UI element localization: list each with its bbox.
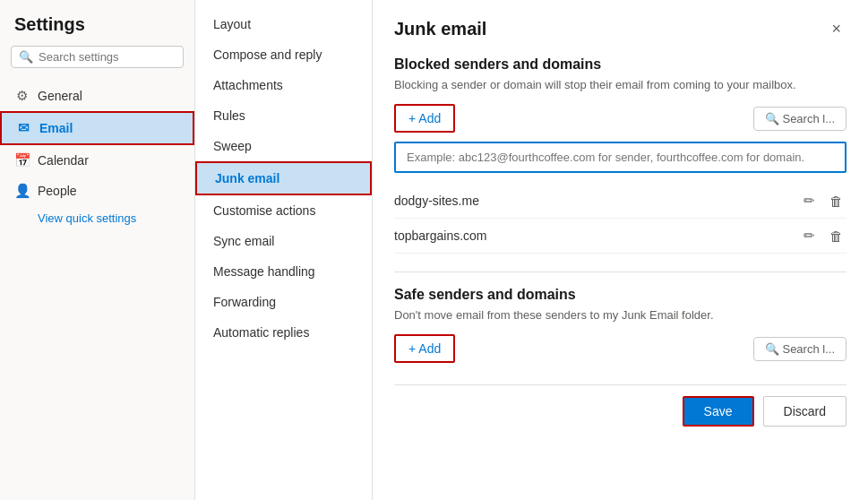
safe-search-button[interactable]: 🔍 Search l...: [753, 337, 847, 361]
sidebar-item-people[interactable]: 👤 People: [0, 176, 194, 206]
blocked-section-title: Blocked senders and domains: [394, 56, 847, 73]
section-divider: [394, 272, 847, 272]
people-icon: 👤: [14, 183, 29, 199]
blocked-domain-actions-1: ✏ 🗑: [800, 191, 847, 211]
submenu-item-customise[interactable]: Customise actions: [195, 195, 372, 226]
main-panel: Junk email × Blocked senders and domains…: [373, 0, 868, 500]
bottom-bar: Save Discard: [394, 384, 847, 427]
close-button[interactable]: ×: [826, 18, 847, 40]
submenu-item-attachments[interactable]: Attachments: [195, 70, 372, 100]
blocked-add-button[interactable]: + Add: [394, 104, 455, 133]
safe-toolbar: + Add 🔍 Search l...: [394, 334, 847, 363]
blocked-domain-row-2: topbargains.com ✏ 🗑: [394, 219, 847, 254]
edit-button-2[interactable]: ✏: [800, 226, 819, 246]
sidebar: Settings 🔍 ⚙ General ✉ Email 📅 Calendar …: [0, 0, 195, 500]
panel-title: Junk email: [394, 19, 486, 39]
search-settings-input[interactable]: [39, 50, 176, 64]
safe-section-desc: Don't move email from these senders to m…: [394, 308, 847, 322]
sidebar-item-label-email: Email: [39, 121, 73, 135]
blocked-section-desc: Blocking a sender or domain will stop th…: [394, 78, 847, 91]
discard-button[interactable]: Discard: [763, 396, 847, 427]
blocked-domain-name-1: dodgy-sites.me: [394, 194, 479, 208]
panel-header: Junk email ×: [394, 18, 847, 40]
blocked-domain-name-2: topbargains.com: [394, 228, 487, 243]
sidebar-item-calendar[interactable]: 📅 Calendar: [0, 145, 194, 176]
submenu-item-sweep[interactable]: Sweep: [195, 131, 372, 161]
calendar-icon: 📅: [14, 152, 29, 168]
edit-button-1[interactable]: ✏: [800, 191, 819, 211]
blocked-search-button[interactable]: 🔍 Search l...: [753, 107, 847, 131]
blocked-toolbar: + Add 🔍 Search l...: [394, 104, 847, 133]
search-icon: 🔍: [19, 50, 33, 64]
view-quick-settings-link[interactable]: View quick settings: [0, 206, 194, 230]
submenu-item-sync[interactable]: Sync email: [195, 226, 372, 256]
submenu-item-rules[interactable]: Rules: [195, 100, 372, 131]
search-settings-box[interactable]: 🔍: [11, 46, 184, 68]
submenu-item-compose[interactable]: Compose and reply: [195, 39, 372, 70]
email-submenu: Layout Compose and reply Attachments Rul…: [195, 0, 373, 500]
sidebar-title: Settings: [0, 14, 194, 46]
sidebar-item-email[interactable]: ✉ Email: [0, 111, 194, 145]
sidebar-item-general[interactable]: ⚙ General: [0, 81, 194, 111]
blocked-domain-actions-2: ✏ 🗑: [800, 226, 847, 246]
submenu-item-layout[interactable]: Layout: [195, 9, 372, 39]
submenu-item-junk[interactable]: Junk email: [195, 161, 372, 195]
safe-add-button[interactable]: + Add: [394, 334, 455, 363]
sidebar-item-label-calendar: Calendar: [38, 153, 89, 168]
save-button[interactable]: Save: [683, 396, 754, 427]
safe-section-title: Safe senders and domains: [394, 287, 847, 303]
submenu-item-auto[interactable]: Automatic replies: [195, 317, 372, 348]
gear-icon: ⚙: [14, 88, 29, 104]
sidebar-item-label-general: General: [38, 89, 82, 103]
sidebar-item-label-people: People: [38, 184, 77, 198]
delete-button-2[interactable]: 🗑: [826, 226, 847, 246]
blocked-domain-row-1: dodgy-sites.me ✏ 🗑: [394, 184, 847, 219]
delete-button-1[interactable]: 🗑: [826, 191, 847, 211]
blocked-domain-input[interactable]: [394, 142, 847, 173]
submenu-item-message[interactable]: Message handling: [195, 256, 372, 287]
submenu-item-forwarding[interactable]: Forwarding: [195, 287, 372, 317]
settings-window: Settings 🔍 ⚙ General ✉ Email 📅 Calendar …: [0, 0, 868, 500]
email-icon: ✉: [16, 120, 30, 136]
